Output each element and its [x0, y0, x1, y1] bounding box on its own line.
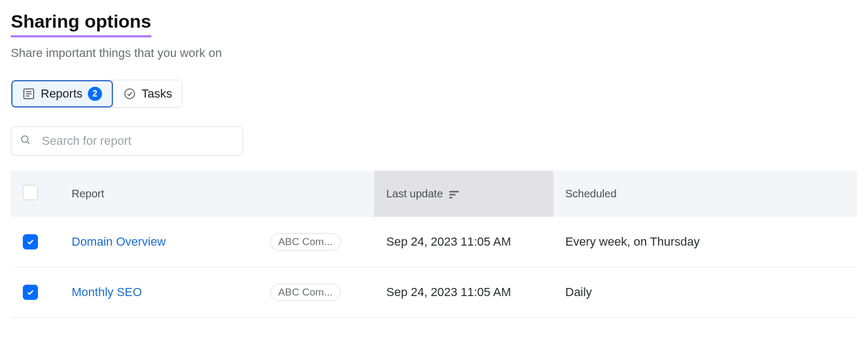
cell-scheduled: Every week, on Thursday	[553, 217, 857, 267]
column-header-scheduled-label: Scheduled	[565, 188, 617, 200]
report-title-link[interactable]: Domain Overview	[72, 235, 166, 249]
svg-line-6	[27, 142, 29, 144]
svg-point-4	[125, 89, 135, 99]
tab-tasks[interactable]: Tasks	[113, 80, 182, 107]
sort-desc-icon	[449, 191, 459, 198]
svg-point-5	[22, 136, 28, 143]
report-icon	[22, 87, 35, 100]
cell-scheduled: Daily	[553, 267, 857, 318]
tab-reports-label: Reports	[41, 87, 82, 101]
report-title-link[interactable]: Monthly SEO	[72, 285, 142, 299]
svg-rect-9	[449, 197, 452, 198]
project-pill[interactable]: ABC Com...	[270, 233, 341, 251]
table-row: Monthly SEO ABC Com... Sep 24, 2023 11:0…	[11, 267, 857, 318]
reports-table: Report Last update Scheduled	[11, 171, 857, 318]
table-header-row: Report Last update Scheduled	[11, 171, 857, 217]
svg-rect-7	[449, 191, 459, 193]
search-input[interactable]	[11, 126, 243, 156]
column-header-scheduled[interactable]: Scheduled	[553, 171, 857, 217]
select-all-checkbox[interactable]	[23, 185, 38, 200]
page-title: Sharing options	[11, 11, 151, 37]
cell-last-update: Sep 24, 2023 11:05 AM	[374, 217, 553, 267]
column-header-report-label: Report	[72, 188, 104, 200]
tab-tasks-label: Tasks	[142, 87, 172, 101]
check-circle-icon	[123, 87, 136, 100]
column-header-last-update-label: Last update	[386, 188, 443, 200]
tab-reports-badge: 2	[88, 87, 102, 101]
svg-rect-8	[449, 194, 456, 195]
search-icon	[20, 134, 31, 148]
project-pill[interactable]: ABC Com...	[270, 284, 341, 301]
tab-reports[interactable]: Reports 2	[11, 80, 113, 107]
row-checkbox[interactable]	[23, 234, 38, 249]
tabs: Reports 2 Tasks	[11, 80, 182, 108]
row-checkbox[interactable]	[23, 285, 38, 300]
page-subtitle: Share important things that you work on	[11, 46, 857, 60]
search-wrap	[11, 126, 243, 156]
table-row: Domain Overview ABC Com... Sep 24, 2023 …	[11, 217, 857, 267]
column-header-last-update[interactable]: Last update	[374, 171, 553, 217]
column-header-report[interactable]: Report	[60, 171, 374, 217]
cell-last-update: Sep 24, 2023 11:05 AM	[374, 267, 553, 318]
